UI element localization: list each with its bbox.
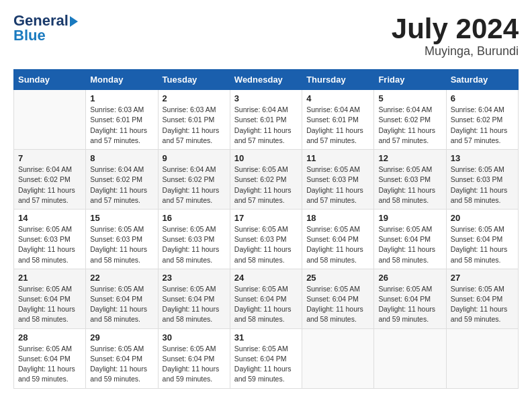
calendar-cell: 17Sunrise: 6:05 AMSunset: 6:03 PMDayligh… bbox=[230, 209, 302, 269]
calendar-cell: 13Sunrise: 6:05 AMSunset: 6:03 PMDayligh… bbox=[446, 150, 518, 210]
day-info: Sunrise: 6:05 AMSunset: 6:04 PMDaylight:… bbox=[451, 224, 514, 265]
calendar-cell: 10Sunrise: 6:05 AMSunset: 6:02 PMDayligh… bbox=[230, 150, 302, 210]
calendar-cell: 26Sunrise: 6:05 AMSunset: 6:04 PMDayligh… bbox=[374, 269, 446, 328]
day-number: 3 bbox=[234, 93, 298, 103]
calendar-cell: 19Sunrise: 6:05 AMSunset: 6:04 PMDayligh… bbox=[374, 209, 446, 269]
day-info: Sunrise: 6:05 AMSunset: 6:03 PMDaylight:… bbox=[234, 224, 298, 265]
calendar-cell: 31Sunrise: 6:05 AMSunset: 6:04 PMDayligh… bbox=[230, 328, 302, 388]
day-info: Sunrise: 6:04 AMSunset: 6:02 PMDaylight:… bbox=[18, 165, 81, 205]
day-number: 18 bbox=[306, 213, 369, 223]
day-info: Sunrise: 6:05 AMSunset: 6:04 PMDaylight:… bbox=[306, 224, 369, 265]
day-number: 10 bbox=[234, 153, 298, 163]
day-info: Sunrise: 6:05 AMSunset: 6:03 PMDaylight:… bbox=[163, 224, 226, 265]
day-info: Sunrise: 6:04 AMSunset: 6:02 PMDaylight:… bbox=[451, 105, 514, 146]
day-info: Sunrise: 6:05 AMSunset: 6:04 PMDaylight:… bbox=[451, 284, 514, 325]
day-number: 12 bbox=[378, 153, 441, 163]
calendar-cell: 1Sunrise: 6:03 AMSunset: 6:01 PMDaylight… bbox=[86, 90, 158, 150]
day-info: Sunrise: 6:05 AMSunset: 6:04 PMDaylight:… bbox=[163, 284, 226, 325]
day-info: Sunrise: 6:04 AMSunset: 6:01 PMDaylight:… bbox=[306, 105, 369, 146]
calendar-cell: 5Sunrise: 6:04 AMSunset: 6:02 PMDaylight… bbox=[374, 90, 446, 150]
day-info: Sunrise: 6:03 AMSunset: 6:01 PMDaylight:… bbox=[163, 105, 226, 146]
day-info: Sunrise: 6:05 AMSunset: 6:03 PMDaylight:… bbox=[451, 165, 514, 205]
weekday-header-saturday: Saturday bbox=[446, 70, 518, 90]
day-number: 11 bbox=[306, 153, 369, 163]
calendar-week-row: 14Sunrise: 6:05 AMSunset: 6:03 PMDayligh… bbox=[14, 209, 519, 269]
calendar-cell bbox=[14, 90, 86, 150]
day-number: 8 bbox=[90, 153, 153, 163]
day-info: Sunrise: 6:05 AMSunset: 6:04 PMDaylight:… bbox=[306, 284, 369, 325]
calendar-cell: 14Sunrise: 6:05 AMSunset: 6:03 PMDayligh… bbox=[14, 209, 86, 269]
title-section: July 2024 Muyinga, Burundi bbox=[392, 13, 519, 58]
calendar-week-row: 21Sunrise: 6:05 AMSunset: 6:04 PMDayligh… bbox=[14, 269, 519, 328]
calendar-cell bbox=[302, 328, 374, 388]
day-info: Sunrise: 6:05 AMSunset: 6:03 PMDaylight:… bbox=[90, 224, 153, 265]
weekday-header-wednesday: Wednesday bbox=[230, 70, 302, 90]
weekday-header-sunday: Sunday bbox=[14, 70, 86, 90]
day-info: Sunrise: 6:05 AMSunset: 6:04 PMDaylight:… bbox=[163, 344, 226, 385]
calendar-cell: 4Sunrise: 6:04 AMSunset: 6:01 PMDaylight… bbox=[302, 90, 374, 150]
calendar-cell: 12Sunrise: 6:05 AMSunset: 6:03 PMDayligh… bbox=[374, 150, 446, 210]
calendar-week-row: 1Sunrise: 6:03 AMSunset: 6:01 PMDaylight… bbox=[14, 90, 519, 150]
day-info: Sunrise: 6:05 AMSunset: 6:04 PMDaylight:… bbox=[378, 224, 441, 265]
calendar-cell: 11Sunrise: 6:05 AMSunset: 6:03 PMDayligh… bbox=[302, 150, 374, 210]
calendar-cell: 8Sunrise: 6:04 AMSunset: 6:02 PMDaylight… bbox=[86, 150, 158, 210]
day-number: 6 bbox=[451, 93, 514, 103]
calendar-week-row: 7Sunrise: 6:04 AMSunset: 6:02 PMDaylight… bbox=[14, 150, 519, 210]
weekday-header-friday: Friday bbox=[374, 70, 446, 90]
day-number: 30 bbox=[163, 332, 226, 342]
logo: General Blue bbox=[13, 13, 79, 43]
day-number: 22 bbox=[90, 273, 153, 283]
day-info: Sunrise: 6:04 AMSunset: 6:02 PMDaylight:… bbox=[163, 165, 226, 205]
day-info: Sunrise: 6:05 AMSunset: 6:03 PMDaylight:… bbox=[378, 165, 441, 205]
calendar-cell: 27Sunrise: 6:05 AMSunset: 6:04 PMDayligh… bbox=[446, 269, 518, 328]
calendar-cell: 9Sunrise: 6:04 AMSunset: 6:02 PMDaylight… bbox=[158, 150, 230, 210]
calendar-cell bbox=[374, 328, 446, 388]
month-title: July 2024 bbox=[392, 13, 519, 44]
day-number: 5 bbox=[378, 93, 441, 103]
weekday-header-tuesday: Tuesday bbox=[158, 70, 230, 90]
calendar-cell: 3Sunrise: 6:04 AMSunset: 6:01 PMDaylight… bbox=[230, 90, 302, 150]
day-info: Sunrise: 6:05 AMSunset: 6:04 PMDaylight:… bbox=[90, 344, 153, 385]
weekday-header-monday: Monday bbox=[86, 70, 158, 90]
calendar-cell: 25Sunrise: 6:05 AMSunset: 6:04 PMDayligh… bbox=[302, 269, 374, 328]
calendar-header-row: SundayMondayTuesdayWednesdayThursdayFrid… bbox=[14, 70, 519, 90]
day-number: 9 bbox=[163, 153, 226, 163]
logo-text: General bbox=[13, 13, 79, 28]
calendar-cell: 21Sunrise: 6:05 AMSunset: 6:04 PMDayligh… bbox=[14, 269, 86, 328]
weekday-header-thursday: Thursday bbox=[302, 70, 374, 90]
day-number: 29 bbox=[90, 332, 153, 342]
calendar-cell: 2Sunrise: 6:03 AMSunset: 6:01 PMDaylight… bbox=[158, 90, 230, 150]
day-number: 21 bbox=[18, 273, 81, 283]
day-number: 20 bbox=[451, 213, 514, 223]
day-number: 16 bbox=[163, 213, 226, 223]
day-info: Sunrise: 6:05 AMSunset: 6:03 PMDaylight:… bbox=[306, 165, 369, 205]
day-info: Sunrise: 6:04 AMSunset: 6:02 PMDaylight:… bbox=[90, 165, 153, 205]
calendar-cell: 30Sunrise: 6:05 AMSunset: 6:04 PMDayligh… bbox=[158, 328, 230, 388]
calendar-cell: 22Sunrise: 6:05 AMSunset: 6:04 PMDayligh… bbox=[86, 269, 158, 328]
calendar-cell: 29Sunrise: 6:05 AMSunset: 6:04 PMDayligh… bbox=[86, 328, 158, 388]
calendar-cell: 24Sunrise: 6:05 AMSunset: 6:04 PMDayligh… bbox=[230, 269, 302, 328]
day-info: Sunrise: 6:05 AMSunset: 6:04 PMDaylight:… bbox=[18, 284, 81, 325]
day-info: Sunrise: 6:05 AMSunset: 6:03 PMDaylight:… bbox=[18, 224, 81, 265]
day-number: 17 bbox=[234, 213, 298, 223]
calendar-cell: 28Sunrise: 6:05 AMSunset: 6:04 PMDayligh… bbox=[14, 328, 86, 388]
day-info: Sunrise: 6:05 AMSunset: 6:04 PMDaylight:… bbox=[378, 284, 441, 325]
day-info: Sunrise: 6:04 AMSunset: 6:02 PMDaylight:… bbox=[378, 105, 441, 146]
logo-blue-text: Blue bbox=[13, 27, 46, 44]
day-number: 4 bbox=[306, 93, 369, 103]
day-number: 1 bbox=[90, 93, 153, 103]
day-number: 14 bbox=[18, 213, 81, 223]
day-number: 13 bbox=[451, 153, 514, 163]
calendar-cell: 18Sunrise: 6:05 AMSunset: 6:04 PMDayligh… bbox=[302, 209, 374, 269]
day-number: 15 bbox=[90, 213, 153, 223]
day-number: 19 bbox=[378, 213, 441, 223]
calendar-cell: 23Sunrise: 6:05 AMSunset: 6:04 PMDayligh… bbox=[158, 269, 230, 328]
day-number: 26 bbox=[378, 273, 441, 283]
day-number: 28 bbox=[18, 332, 81, 342]
day-number: 27 bbox=[451, 273, 514, 283]
calendar-cell: 16Sunrise: 6:05 AMSunset: 6:03 PMDayligh… bbox=[158, 209, 230, 269]
day-info: Sunrise: 6:05 AMSunset: 6:04 PMDaylight:… bbox=[18, 344, 81, 385]
day-number: 24 bbox=[234, 273, 298, 283]
day-info: Sunrise: 6:05 AMSunset: 6:04 PMDaylight:… bbox=[234, 344, 298, 385]
day-number: 31 bbox=[234, 332, 298, 342]
